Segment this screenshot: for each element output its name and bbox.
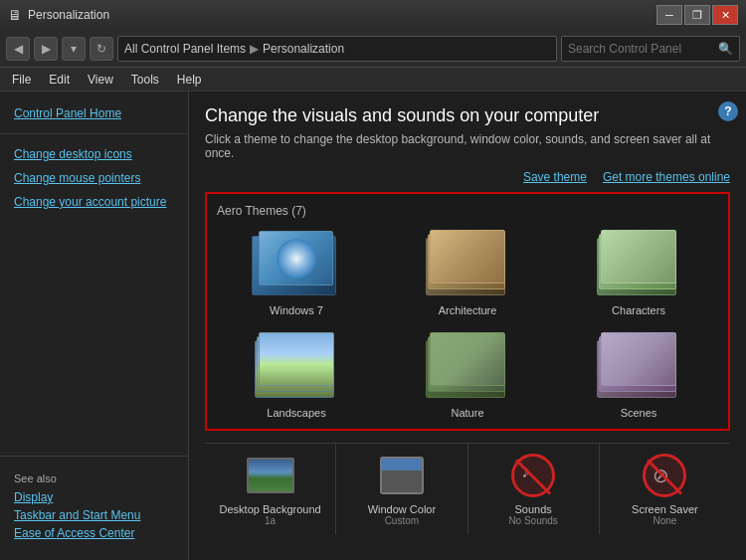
menu-bar: File Edit View Tools Help [0, 68, 746, 92]
sidebar-link-mouse[interactable]: Change mouse pointers [0, 166, 188, 190]
theme-label-arch: Architecture [439, 304, 497, 316]
folder-stack-nat [418, 328, 517, 403]
folder-stack-land [247, 328, 346, 403]
sidebar: Control Panel Home Change desktop icons … [0, 92, 189, 560]
win7-logo [277, 239, 316, 279]
sidebar-link-access[interactable]: Ease of Access Center [14, 524, 174, 542]
theme-label-char: Characters [612, 304, 665, 316]
menu-help[interactable]: Help [169, 71, 210, 89]
search-box: 🔍 [561, 36, 740, 62]
breadcrumb-current[interactable]: Personalization [263, 42, 344, 56]
theme-actions: Save theme Get more themes online [205, 170, 730, 184]
back-button[interactable]: ◀ [6, 37, 30, 61]
sounds-icon: ♪ [509, 452, 557, 499]
close-button[interactable]: ✕ [712, 5, 738, 25]
theme-icon-nature [418, 328, 517, 403]
main-layout: Control Panel Home Change desktop icons … [0, 92, 746, 560]
minimize-button[interactable]: ─ [656, 5, 682, 25]
sidebar-link-desktop-icons[interactable]: Change desktop icons [0, 142, 188, 166]
theme-front-land [259, 332, 334, 386]
folder-stack-char [589, 226, 688, 300]
menu-tools[interactable]: Tools [123, 71, 167, 89]
sounds-item[interactable]: ♪ Sounds No Sounds [468, 444, 600, 534]
screen-saver-sublabel: None [653, 515, 676, 526]
page-title: Change the visuals and sounds on your co… [205, 105, 730, 126]
theme-icon-scenes [589, 328, 688, 403]
breadcrumb-root[interactable]: All Control Panel Items [124, 42, 246, 56]
folder-stack-win7 [247, 226, 346, 300]
menu-view[interactable]: View [80, 71, 121, 89]
sidebar-divider-2 [0, 456, 188, 457]
screen-saver-icon: ⊘ [641, 452, 688, 499]
theme-characters[interactable]: Characters [559, 226, 718, 316]
theme-nature[interactable]: Nature [388, 328, 547, 419]
sounds-image: ♪ [511, 454, 555, 497]
theme-front-arch [430, 230, 505, 283]
breadcrumb: All Control Panel Items ▶ Personalizatio… [117, 36, 557, 62]
theme-icon-architecture [418, 226, 517, 300]
refresh-button[interactable]: ↻ [90, 37, 113, 61]
theme-windows7[interactable]: Windows 7 [217, 226, 376, 316]
dropdown-button[interactable]: ▾ [62, 37, 86, 61]
desktop-bg-icon [247, 452, 294, 499]
theme-icon-landscapes [247, 328, 346, 403]
sidebar-divider [0, 133, 188, 134]
content-description: Click a theme to change the desktop back… [205, 132, 730, 160]
sounds-sublabel: No Sounds [508, 515, 557, 526]
themes-grid: Windows 7 Architecture [217, 226, 718, 419]
bottom-toolbar: Desktop Background 1a Window Color Custo… [205, 443, 730, 534]
theme-icon-windows7 [247, 226, 346, 300]
sidebar-link-taskbar[interactable]: Taskbar and Start Menu [14, 506, 174, 524]
sidebar-see-also: See also Display Taskbar and Start Menu … [0, 465, 188, 550]
desktop-bg-item[interactable]: Desktop Background 1a [205, 444, 336, 534]
theme-label-scene: Scenes [621, 407, 657, 419]
sidebar-link-display[interactable]: Display [14, 488, 174, 506]
forward-button[interactable]: ▶ [34, 37, 58, 61]
theme-label-nat: Nature [451, 407, 483, 419]
aero-themes-label: Aero Themes (7) [217, 204, 718, 218]
window-color-icon [378, 452, 426, 499]
sidebar-link-account[interactable]: Change your account picture [0, 190, 188, 214]
menu-edit[interactable]: Edit [41, 71, 78, 89]
restore-button[interactable]: ❐ [684, 5, 710, 25]
window-color-image [380, 457, 424, 494]
desktop-bg-image [247, 458, 294, 493]
screen-saver-image: ⊘ [643, 454, 686, 497]
window-color-sublabel: Custom [385, 515, 419, 526]
desktop-bg-label: Desktop Background [220, 503, 321, 515]
search-input[interactable] [568, 42, 714, 56]
address-bar: ◀ ▶ ▾ ↻ All Control Panel Items ▶ Person… [0, 30, 746, 68]
folder-stack-arch [418, 226, 517, 300]
theme-scenes[interactable]: Scenes [559, 328, 718, 419]
themes-container: Aero Themes (7) Windows 7 [205, 192, 730, 431]
theme-front-nat [430, 332, 505, 386]
title-bar-text: Personalization [28, 8, 109, 22]
search-icon: 🔍 [718, 42, 733, 56]
content-area: ? Change the visuals and sounds on your … [189, 92, 746, 560]
theme-front-win7 [259, 231, 333, 285]
screen-saver-item[interactable]: ⊘ Screen Saver None [600, 444, 730, 534]
theme-landscapes[interactable]: Landscapes [217, 328, 376, 419]
title-bar: 🖥 Personalization ─ ❐ ✕ [0, 0, 746, 30]
desktop-bg-sublabel: 1a [265, 515, 276, 526]
theme-label-land: Landscapes [267, 407, 325, 419]
folder-stack-scene [589, 328, 688, 403]
menu-file[interactable]: File [4, 71, 39, 89]
see-also-label: See also [14, 472, 174, 484]
sidebar-link-home[interactable]: Control Panel Home [0, 101, 188, 125]
save-theme-link[interactable]: Save theme [523, 170, 587, 184]
theme-front-scene [601, 332, 676, 386]
theme-architecture[interactable]: Architecture [388, 226, 547, 316]
screen-saver-label: Screen Saver [632, 503, 698, 515]
theme-label-win7: Windows 7 [270, 304, 323, 316]
theme-icon-characters [589, 226, 688, 300]
theme-front-char [601, 230, 676, 283]
window-color-item[interactable]: Window Color Custom [336, 444, 467, 534]
sounds-label: Sounds [514, 503, 551, 515]
title-bar-icon: 🖥 [8, 7, 22, 23]
help-button[interactable]: ? [718, 101, 738, 121]
more-themes-link[interactable]: Get more themes online [603, 170, 730, 184]
window-color-label: Window Color [368, 503, 436, 515]
